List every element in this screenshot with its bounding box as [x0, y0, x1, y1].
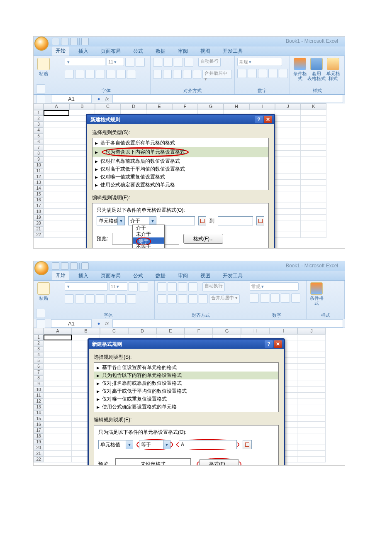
rule-type-item[interactable]: 仅对高于或低于平均值的数值设置格式: [93, 165, 268, 173]
rule-type-item[interactable]: 仅对唯一值或重复值设置格式: [93, 173, 268, 181]
cell[interactable]: [275, 197, 301, 203]
wrap-text-button[interactable]: 自动换行: [202, 282, 225, 291]
align-right-icon[interactable]: [178, 294, 187, 303]
cell[interactable]: [44, 451, 72, 457]
align-center-icon[interactable]: [163, 70, 172, 79]
cell[interactable]: [44, 352, 72, 358]
value-input[interactable]: A: [179, 440, 237, 449]
operator-select[interactable]: 等于 ▾: [139, 440, 170, 449]
cell[interactable]: [44, 457, 72, 462]
col-header[interactable]: F: [172, 103, 198, 110]
col-header[interactable]: G: [213, 328, 241, 335]
fx-label-icon[interactable]: fx: [103, 95, 111, 103]
cell[interactable]: [297, 335, 326, 340]
row-header[interactable]: 11: [34, 168, 44, 174]
border-icon[interactable]: [96, 70, 105, 79]
cell[interactable]: [301, 215, 326, 220]
operator-option[interactable]: 不等于: [133, 244, 164, 249]
indent-dec-icon[interactable]: [183, 70, 192, 79]
col-header[interactable]: K: [301, 103, 326, 110]
row-header[interactable]: 14: [34, 186, 44, 191]
cell[interactable]: [301, 145, 326, 151]
number-format-combo[interactable]: 常规▾: [250, 282, 299, 291]
tab-data[interactable]: 数据: [152, 46, 169, 56]
indent-inc-icon[interactable]: [199, 294, 208, 303]
cell[interactable]: [275, 110, 301, 116]
cell[interactable]: [301, 174, 326, 180]
orientation-icon[interactable]: [188, 282, 197, 291]
row-header[interactable]: 7: [34, 145, 44, 151]
cell[interactable]: [301, 156, 326, 162]
row-header[interactable]: 13: [34, 404, 44, 410]
row-header[interactable]: 10: [34, 387, 44, 393]
col-header[interactable]: H: [241, 328, 269, 335]
tab-review[interactable]: 审阅: [175, 271, 191, 280]
align-right-icon[interactable]: [173, 70, 182, 79]
increase-decimal-icon[interactable]: [281, 293, 290, 303]
cell[interactable]: [301, 127, 326, 133]
align-left-icon[interactable]: [153, 70, 162, 79]
row-header[interactable]: 18: [34, 433, 44, 439]
select-all-corner[interactable]: [34, 103, 44, 110]
cell[interactable]: [44, 110, 69, 116]
col-header[interactable]: D: [121, 103, 146, 110]
col-header[interactable]: F: [185, 328, 213, 335]
percent-icon[interactable]: [260, 293, 269, 303]
name-box[interactable]: A1: [51, 319, 92, 328]
save-icon[interactable]: [52, 262, 59, 270]
row-header[interactable]: 19: [34, 215, 44, 220]
tab-data[interactable]: 数据: [152, 271, 169, 280]
cell[interactable]: [275, 127, 301, 133]
row-header[interactable]: 7: [34, 369, 44, 375]
office-button[interactable]: [34, 37, 49, 51]
cell[interactable]: [44, 203, 69, 209]
cell[interactable]: [275, 232, 301, 238]
cell[interactable]: [44, 393, 72, 399]
merge-center-button[interactable]: 合并后居中 ▾: [202, 70, 232, 79]
row-header[interactable]: 10: [34, 162, 44, 168]
row-header[interactable]: 2: [34, 340, 44, 346]
operator-dropdown-list[interactable]: 介于 未介于 等于 不等于 大于 小于 大于或等于 小于或等于: [132, 225, 165, 249]
cell[interactable]: [275, 162, 301, 168]
rule-type-item[interactable]: 仅对唯一值或重复值设置格式: [94, 395, 278, 403]
row-header[interactable]: 3: [34, 346, 44, 352]
col-header[interactable]: A: [44, 103, 69, 110]
cell[interactable]: [297, 346, 326, 352]
cell[interactable]: [297, 422, 326, 428]
conditional-formatting-button[interactable]: 条件格式: [309, 282, 324, 307]
align-top-icon[interactable]: [157, 282, 166, 291]
copy-icon[interactable]: [36, 95, 45, 104]
col-header[interactable]: B: [69, 103, 95, 110]
cut-icon[interactable]: [36, 309, 45, 318]
cell[interactable]: [44, 445, 72, 451]
align-bottom-icon[interactable]: [174, 58, 183, 67]
align-top-icon[interactable]: [153, 58, 162, 67]
row-header[interactable]: 1: [34, 110, 44, 116]
qat-customize-icon[interactable]: [81, 262, 89, 270]
cell-value-select[interactable]: 单元格值 ▾: [97, 216, 125, 225]
collapse-dialog-button[interactable]: [243, 440, 252, 449]
cell[interactable]: [44, 186, 69, 191]
help-icon[interactable]: ?: [255, 116, 263, 123]
cell[interactable]: [44, 375, 72, 381]
col-header[interactable]: I: [249, 103, 275, 110]
comma-icon[interactable]: [270, 293, 280, 303]
cell[interactable]: [301, 209, 326, 215]
cell[interactable]: [44, 226, 69, 232]
cell[interactable]: [297, 445, 326, 451]
cell[interactable]: [297, 387, 326, 393]
tab-home[interactable]: 开始: [52, 46, 69, 56]
cell[interactable]: [44, 340, 72, 346]
bold-icon[interactable]: [65, 294, 74, 303]
cell[interactable]: [301, 122, 326, 127]
rule-type-item-selected[interactable]: 只为包含以下内容的单元格设置格式: [94, 372, 278, 379]
cell[interactable]: [44, 404, 72, 410]
col-header[interactable]: E: [156, 328, 185, 335]
tab-insert[interactable]: 插入: [75, 46, 92, 56]
cell[interactable]: [297, 340, 326, 346]
cell[interactable]: [44, 116, 69, 122]
percent-icon[interactable]: [248, 69, 257, 78]
tab-developer[interactable]: 开发工具: [219, 46, 246, 56]
col-header[interactable]: J: [275, 103, 301, 110]
cell[interactable]: [275, 156, 301, 162]
